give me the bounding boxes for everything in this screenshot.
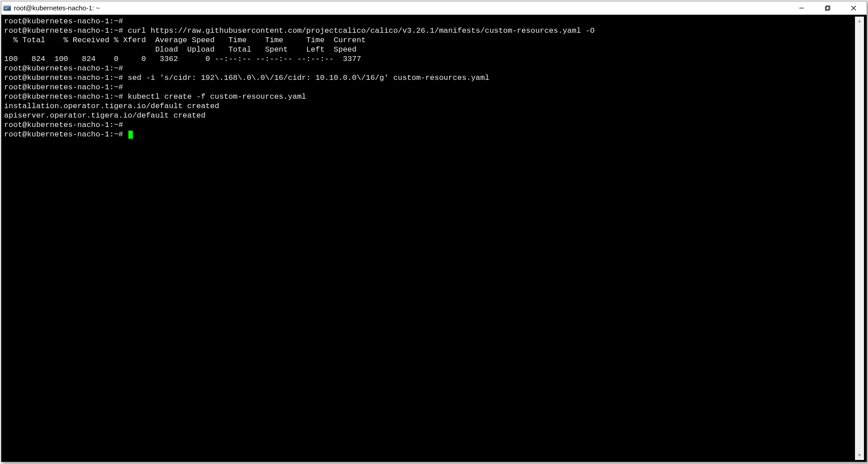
terminal-cursor: [128, 131, 133, 139]
terminal-line: Dload Upload Total Spent Left Speed: [4, 45, 855, 54]
terminal-content[interactable]: root@kubernetes-nacho-1:~# root@kubernet…: [4, 17, 855, 460]
svg-rect-6: [826, 6, 830, 9]
window-title: root@kubernetes-nacho-1: ~: [14, 4, 789, 12]
scrollbar-down-arrow[interactable]: [855, 451, 864, 460]
scrollbar[interactable]: [855, 17, 864, 460]
close-button[interactable]: [841, 1, 867, 14]
terminal-prompt: root@kubernetes-nacho-1:~#: [4, 130, 127, 139]
titlebar[interactable]: root@kubernetes-nacho-1: ~: [1, 1, 867, 15]
svg-rect-2: [4, 7, 9, 8]
terminal-line: % Total % Received % Xferd Average Speed…: [4, 35, 855, 45]
terminal-prompt-line: root@kubernetes-nacho-1:~#: [4, 130, 855, 139]
terminal-body[interactable]: root@kubernetes-nacho-1:~# root@kubernet…: [1, 15, 867, 462]
terminal-line: root@kubernetes-nacho-1:~#: [4, 64, 855, 73]
svg-rect-3: [4, 9, 7, 9]
terminal-line: 100 824 100 824 0 0 3362 0 --:--:-- --:-…: [4, 54, 855, 64]
terminal-line: root@kubernetes-nacho-1:~# kubectl creat…: [4, 92, 855, 101]
terminal-line: root@kubernetes-nacho-1:~#: [4, 83, 855, 92]
terminal-line: root@kubernetes-nacho-1:~#: [4, 120, 855, 130]
terminal-window: root@kubernetes-nacho-1: ~ root@kubernet…: [1, 1, 867, 462]
terminal-line: installation.operator.tigera.io/default …: [4, 101, 855, 111]
minimize-button[interactable]: [789, 1, 815, 14]
terminal-line: root@kubernetes-nacho-1:~#: [4, 17, 855, 26]
svg-marker-10: [858, 454, 861, 457]
svg-rect-5: [825, 7, 829, 10]
svg-marker-9: [858, 20, 861, 22]
svg-rect-1: [4, 5, 11, 6]
window-controls: [789, 1, 867, 14]
scrollbar-up-arrow[interactable]: [855, 17, 864, 26]
terminal-line: root@kubernetes-nacho-1:~# sed -i 's/cid…: [4, 73, 855, 83]
terminal-line: apiserver.operator.tigera.io/default cre…: [4, 111, 855, 120]
putty-icon: [3, 4, 11, 12]
terminal-line: root@kubernetes-nacho-1:~# curl https://…: [4, 26, 855, 35]
maximize-button[interactable]: [815, 1, 841, 14]
